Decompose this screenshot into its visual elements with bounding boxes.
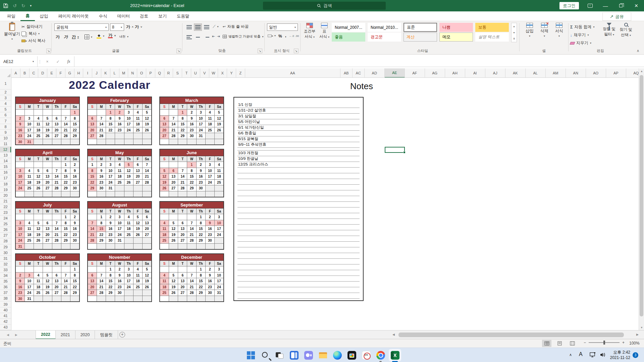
date-cell[interactable]: 6: [178, 220, 187, 226]
date-cell[interactable]: 17: [124, 121, 133, 127]
date-cell[interactable]: [97, 244, 106, 249]
scroll-up-icon[interactable]: ▲: [639, 68, 644, 74]
date-cell[interactable]: 17: [215, 226, 223, 232]
tray-hidden-icons-chevron[interactable]: ∧: [569, 353, 572, 357]
column-header-AA[interactable]: AA: [245, 68, 340, 77]
date-cell[interactable]: [197, 244, 205, 249]
date-cell[interactable]: 2: [97, 162, 106, 168]
date-cell[interactable]: 14: [178, 174, 187, 179]
alignment-dialog-launcher[interactable]: ↘: [258, 49, 262, 53]
number-format-combo[interactable]: 일반▾: [267, 23, 298, 31]
date-cell[interactable]: 24: [106, 180, 115, 185]
date-cell[interactable]: 8: [106, 116, 115, 121]
date-cell[interactable]: 6: [133, 162, 142, 168]
taskbar-button-snipping[interactable]: [359, 348, 373, 362]
date-cell[interactable]: 18: [215, 174, 223, 179]
column-header-F[interactable]: F: [56, 68, 65, 77]
date-cell[interactable]: 23: [97, 180, 106, 185]
row-header-35[interactable]: 35: [0, 279, 11, 284]
date-cell[interactable]: 16: [70, 226, 79, 232]
day-header-T[interactable]: T: [34, 261, 43, 266]
date-cell[interactable]: 28: [61, 290, 70, 296]
date-cell[interactable]: 16: [115, 121, 124, 127]
borders-button[interactable]: ▾: [85, 35, 92, 39]
day-header-Th[interactable]: Th: [124, 104, 133, 109]
column-header-AP[interactable]: AP: [606, 68, 626, 77]
date-cell[interactable]: [215, 185, 223, 191]
date-cell[interactable]: 20: [133, 174, 142, 179]
date-cell[interactable]: 15: [178, 121, 187, 127]
day-header-W[interactable]: W: [187, 261, 196, 266]
date-cell[interactable]: [133, 238, 142, 243]
date-cell[interactable]: 3: [16, 220, 24, 226]
date-cell[interactable]: 2: [115, 110, 124, 115]
date-cell[interactable]: 29: [97, 238, 106, 243]
date-cell[interactable]: 27: [178, 238, 187, 243]
day-header-W[interactable]: W: [43, 208, 52, 214]
date-cell[interactable]: [61, 110, 70, 115]
row-header-33[interactable]: 33: [0, 267, 11, 273]
date-cell[interactable]: [16, 214, 24, 220]
date-cell[interactable]: 6: [52, 273, 61, 278]
day-header-Th[interactable]: Th: [52, 261, 61, 266]
note-empty-line[interactable]: [237, 259, 360, 264]
date-cell[interactable]: 26: [143, 284, 151, 290]
date-cell[interactable]: 12: [34, 174, 43, 179]
note-empty-line[interactable]: [237, 242, 360, 247]
date-cell[interactable]: 1: [70, 266, 79, 272]
date-cell[interactable]: [206, 191, 214, 197]
date-cell[interactable]: 7: [88, 220, 97, 226]
row-header-8[interactable]: 8: [0, 124, 11, 130]
date-cell[interactable]: 28: [169, 133, 178, 139]
day-header-T[interactable]: T: [178, 156, 187, 162]
date-cell[interactable]: 22: [187, 180, 196, 185]
date-cell[interactable]: 11: [25, 174, 34, 179]
day-header-M[interactable]: M: [169, 104, 178, 109]
row-header-31[interactable]: 31: [0, 256, 11, 261]
date-cell[interactable]: 19: [34, 180, 43, 185]
date-cell[interactable]: 26: [169, 238, 178, 243]
date-cell[interactable]: [160, 296, 169, 302]
date-cell[interactable]: 6: [169, 168, 178, 174]
search-input[interactable]: 검색: [263, 2, 386, 10]
date-cell[interactable]: 15: [97, 226, 106, 232]
date-cell[interactable]: 17: [197, 121, 205, 127]
date-cell[interactable]: 25: [34, 290, 43, 296]
date-cell[interactable]: 5: [169, 220, 178, 226]
column-header-Q[interactable]: Q: [155, 68, 164, 77]
date-cell[interactable]: [25, 244, 34, 249]
percent-format-button[interactable]: %: [278, 34, 282, 39]
style-gallery-item[interactable]: Normal_2010...: [368, 23, 401, 32]
date-cell[interactable]: [124, 238, 133, 243]
date-cell[interactable]: 21: [52, 180, 61, 185]
date-cell[interactable]: 19: [43, 284, 52, 290]
day-header-T[interactable]: T: [34, 208, 43, 214]
date-cell[interactable]: 25: [206, 127, 214, 133]
date-cell[interactable]: 10: [106, 168, 115, 174]
day-header-Th[interactable]: Th: [197, 261, 205, 266]
date-cell[interactable]: [25, 191, 34, 197]
taskbar-button-search[interactable]: [258, 348, 272, 362]
date-cell[interactable]: 28: [97, 133, 106, 139]
style-gallery-item[interactable]: 나쁨: [439, 23, 473, 32]
date-cell[interactable]: 4: [160, 273, 169, 278]
date-cell[interactable]: [206, 139, 214, 145]
date-cell[interactable]: 5: [43, 116, 52, 121]
date-cell[interactable]: 11: [34, 278, 43, 284]
date-cell[interactable]: 10: [115, 220, 124, 226]
date-cell[interactable]: 6: [88, 273, 97, 278]
date-cell[interactable]: [34, 296, 43, 302]
date-cell[interactable]: 28: [143, 180, 151, 185]
date-cell[interactable]: 4: [115, 162, 124, 168]
date-cell[interactable]: 23: [16, 290, 24, 296]
date-cell[interactable]: 10: [124, 273, 133, 278]
day-header-Th[interactable]: Th: [197, 208, 205, 214]
day-header-F[interactable]: F: [133, 156, 142, 162]
note-empty-line[interactable]: [237, 293, 360, 299]
day-header-Th[interactable]: Th: [52, 156, 61, 162]
day-header-W[interactable]: W: [115, 156, 124, 162]
format-as-table-button[interactable]: 표 서식 ▾: [318, 23, 331, 39]
day-header-W[interactable]: W: [43, 156, 52, 162]
date-cell[interactable]: 5: [34, 220, 43, 226]
date-cell[interactable]: 13: [160, 121, 169, 127]
